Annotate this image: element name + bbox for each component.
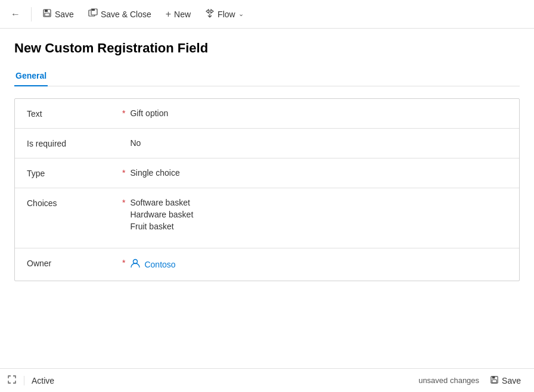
save-button[interactable]: Save bbox=[36, 5, 80, 24]
field-label-isrequired: Is required bbox=[27, 138, 122, 148]
field-label-choices: Choices bbox=[27, 198, 122, 208]
save-close-label: Save & Close bbox=[101, 10, 151, 19]
svg-rect-8 bbox=[492, 376, 495, 378]
field-row-choices: Choices * Software basket Hardware baske… bbox=[15, 188, 519, 248]
save-label: Save bbox=[55, 10, 74, 19]
save-close-button[interactable]: Save & Close bbox=[82, 5, 157, 24]
status-save-button[interactable]: Save bbox=[484, 372, 527, 389]
field-row-owner: Owner * Contoso bbox=[15, 248, 519, 281]
required-star-text: * bbox=[122, 108, 125, 118]
choice-item-1: Software basket bbox=[130, 198, 507, 207]
flow-label: Flow bbox=[218, 10, 235, 19]
page-content: New Custom Registration Field General Te… bbox=[0, 29, 534, 368]
owner-name: Contoso bbox=[144, 260, 175, 269]
toolbar: ← Save Save & Close + New bbox=[0, 0, 534, 29]
toolbar-divider-1 bbox=[31, 7, 32, 21]
form-container: Text * Gift option Is required * No Type… bbox=[14, 98, 520, 281]
page-title: New Custom Registration Field bbox=[14, 41, 520, 56]
status-save-icon bbox=[490, 375, 499, 386]
field-label-type: Type bbox=[27, 168, 122, 178]
flow-button[interactable]: Flow ⌄ bbox=[199, 5, 250, 24]
required-star-owner: * bbox=[122, 258, 125, 267]
flow-icon bbox=[205, 8, 215, 20]
tabs: General bbox=[14, 66, 520, 86]
new-button[interactable]: + New bbox=[160, 5, 197, 23]
required-star-type: * bbox=[122, 168, 125, 178]
svg-rect-5 bbox=[92, 9, 95, 11]
choice-item-3: Fruit basket bbox=[130, 222, 507, 231]
choice-item-2: Hardware basket bbox=[130, 210, 507, 219]
tab-general[interactable]: General bbox=[14, 66, 48, 86]
status-left: Active bbox=[7, 375, 61, 386]
field-value-isrequired: No bbox=[130, 138, 507, 148]
expand-icon[interactable] bbox=[7, 375, 17, 386]
save-close-icon bbox=[88, 8, 98, 20]
svg-rect-9 bbox=[492, 379, 497, 382]
back-icon: ← bbox=[11, 9, 20, 20]
required-star-choices: * bbox=[122, 198, 125, 207]
field-value-owner: Contoso bbox=[130, 258, 507, 271]
flow-dropdown-icon: ⌄ bbox=[238, 10, 244, 18]
back-button[interactable]: ← bbox=[5, 5, 26, 23]
field-label-text: Text bbox=[27, 108, 122, 119]
field-row-isrequired: Is required * No bbox=[15, 129, 519, 158]
status-active-label: Active bbox=[24, 376, 61, 385]
field-label-owner: Owner bbox=[27, 258, 122, 268]
svg-rect-1 bbox=[45, 10, 48, 12]
field-row-type: Type * Single choice bbox=[15, 158, 519, 188]
save-icon bbox=[42, 8, 52, 20]
new-plus-icon: + bbox=[166, 9, 171, 20]
field-row-text: Text * Gift option bbox=[15, 99, 519, 129]
field-value-text: Gift option bbox=[130, 108, 507, 118]
unsaved-changes-text: unsaved changes bbox=[418, 376, 479, 385]
owner-person-icon bbox=[130, 258, 141, 271]
owner-link[interactable]: Contoso bbox=[130, 258, 507, 271]
status-bar: Active unsaved changes Save bbox=[0, 368, 534, 392]
svg-rect-2 bbox=[45, 13, 49, 16]
field-value-type: Single choice bbox=[130, 168, 507, 178]
status-save-label: Save bbox=[502, 376, 521, 385]
field-value-choices: Software basket Hardware basket Fruit ba… bbox=[130, 198, 507, 231]
status-right: unsaved changes Save bbox=[418, 372, 527, 389]
new-label: New bbox=[174, 10, 191, 19]
